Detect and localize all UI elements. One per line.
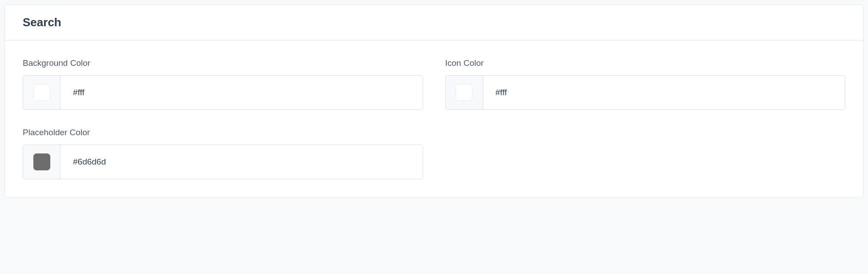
background-color-swatch-icon: [33, 84, 50, 101]
placeholder-color-swatch-icon: [33, 153, 50, 170]
background-color-swatch-button[interactable]: [23, 76, 61, 109]
section-title: Search: [23, 16, 845, 29]
icon-color-input[interactable]: [483, 76, 845, 109]
icon-color-group: Icon Color: [445, 58, 846, 110]
placeholder-color-swatch-button[interactable]: [23, 145, 61, 179]
form-grid: Background Color Icon Color: [23, 58, 845, 179]
background-color-input[interactable]: [61, 76, 423, 109]
search-settings-card: Search Background Color Icon Color: [4, 4, 864, 197]
icon-color-label: Icon Color: [445, 58, 846, 68]
background-color-group: Background Color: [23, 58, 423, 110]
placeholder-color-input-wrapper: [23, 145, 423, 179]
icon-color-swatch-icon: [456, 84, 472, 101]
card-body: Background Color Icon Color: [5, 40, 863, 197]
background-color-label: Background Color: [23, 58, 423, 68]
icon-color-swatch-button[interactable]: [446, 76, 483, 109]
icon-color-input-wrapper: [445, 75, 846, 110]
placeholder-color-group: Placeholder Color: [23, 128, 423, 179]
card-header: Search: [5, 5, 863, 40]
background-color-input-wrapper: [23, 75, 423, 110]
placeholder-color-label: Placeholder Color: [23, 128, 423, 137]
placeholder-color-input[interactable]: [61, 145, 423, 179]
empty-grid-cell: [445, 128, 846, 179]
